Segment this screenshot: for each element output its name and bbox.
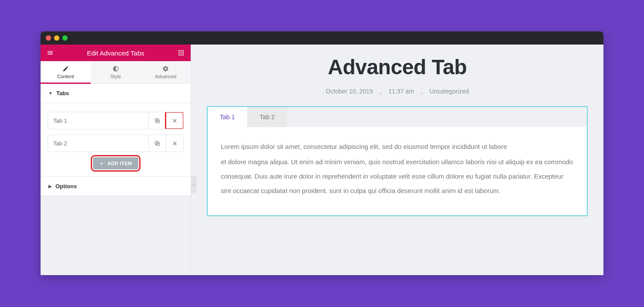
duplicate-button[interactable] — [148, 135, 166, 152]
section-options-header[interactable]: ▶ Options — [41, 177, 191, 196]
widget-tab-1[interactable]: Tab 1 — [208, 107, 247, 127]
svg-rect-7 — [181, 54, 182, 55]
tab-item-label[interactable]: Tab 2 — [48, 135, 148, 152]
section-options-title: Options — [55, 183, 77, 190]
post-category[interactable]: Uncategorized — [429, 88, 469, 95]
collapse-sidebar-handle[interactable]: ‹ — [191, 176, 197, 193]
tab-item-label[interactable]: Tab 1 — [48, 112, 148, 129]
svg-rect-1 — [181, 50, 182, 52]
window-close-dot[interactable] — [46, 35, 51, 41]
plus-icon — [99, 161, 104, 166]
app-window: Edit Advanced Tabs Content Style Advance… — [41, 31, 603, 275]
copy-icon — [154, 117, 161, 124]
close-icon — [171, 140, 178, 147]
tab-style[interactable]: Style — [91, 61, 141, 83]
tab-content-label: Content — [57, 74, 74, 79]
svg-rect-6 — [178, 54, 180, 55]
section-tabs-header[interactable]: ▼ Tabs — [41, 84, 191, 103]
tab-style-label: Style — [110, 74, 121, 79]
sidebar-filler — [41, 196, 191, 275]
duplicate-button[interactable] — [148, 112, 166, 129]
widget-tab-content: Lorem ipsum dolor sit amet, consectetur … — [208, 127, 587, 215]
tab-content[interactable]: Content — [41, 61, 91, 84]
page-title: Advanced Tab — [207, 55, 588, 79]
gear-icon — [162, 66, 169, 72]
remove-button[interactable] — [166, 112, 183, 129]
svg-rect-5 — [182, 52, 184, 54]
tab-advanced-label: Advanced — [155, 74, 176, 79]
svg-rect-3 — [178, 52, 180, 54]
window-zoom-dot[interactable] — [62, 35, 68, 41]
titlebar — [41, 31, 603, 45]
pencil-icon — [62, 66, 69, 72]
sidebar-tabs: Content Style Advanced — [41, 61, 191, 84]
sidebar-title: Edit Advanced Tabs — [55, 49, 177, 57]
caret-right-icon: ▶ — [48, 184, 52, 189]
preview-canvas: Advanced Tab October 10, 2019 , 11:37 am… — [191, 45, 603, 275]
app-body: Edit Advanced Tabs Content Style Advance… — [41, 45, 603, 275]
copy-icon — [154, 140, 161, 147]
sidebar-header: Edit Advanced Tabs — [41, 45, 191, 61]
svg-rect-8 — [182, 54, 184, 55]
apps-grid-icon[interactable] — [177, 48, 185, 57]
content-line-1: Lorem ipsum dolor sit amet, consectetur … — [221, 139, 574, 154]
advanced-tab-widget[interactable]: Tab 1 Tab 2 Lorem ipsum dolor sit amet, … — [207, 106, 588, 216]
remove-button[interactable] — [166, 135, 183, 152]
widget-tab-2[interactable]: Tab 2 — [247, 107, 287, 127]
content-line-2: et dolore magna aliqua. Ut enim ad minim… — [221, 155, 574, 198]
contrast-icon — [113, 66, 119, 72]
svg-rect-0 — [178, 50, 180, 52]
add-item-button[interactable]: ADD ITEM — [93, 157, 138, 169]
tab-item-row: Tab 2 — [48, 135, 184, 152]
add-item-label: ADD ITEM — [107, 161, 132, 166]
tab-item-row: Tab 1 — [48, 112, 184, 129]
chevron-left-icon: ‹ — [193, 182, 194, 187]
menu-icon[interactable] — [46, 48, 55, 57]
tab-nav: Tab 1 Tab 2 — [208, 107, 587, 127]
post-meta: October 10, 2019 , 11:37 am , Uncategori… — [207, 88, 588, 95]
section-tabs-body: Tab 1 Tab 2 — [41, 103, 191, 177]
post-date: October 10, 2019 — [325, 88, 373, 95]
svg-rect-2 — [182, 50, 184, 52]
close-icon — [171, 117, 178, 124]
editor-sidebar: Edit Advanced Tabs Content Style Advance… — [41, 45, 191, 275]
post-time: 11:37 am — [388, 88, 414, 95]
section-tabs-title: Tabs — [56, 90, 69, 97]
tab-advanced[interactable]: Advanced — [140, 61, 191, 83]
window-minimize-dot[interactable] — [54, 35, 59, 41]
caret-down-icon: ▼ — [48, 91, 53, 96]
svg-rect-4 — [181, 52, 182, 54]
